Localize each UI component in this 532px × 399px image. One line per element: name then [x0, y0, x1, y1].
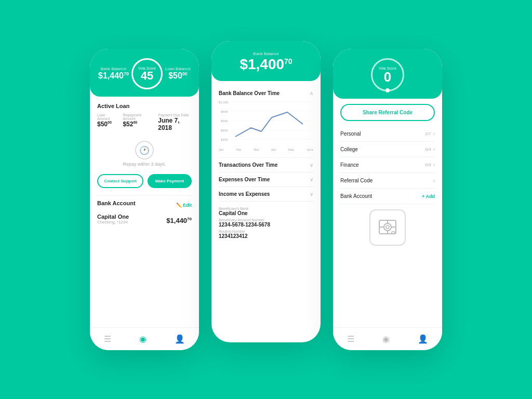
- x-label-jan: Jan: [219, 148, 224, 151]
- phone3-header: Vola Score 0: [333, 49, 442, 99]
- transactions-title: Transactions Over Time: [219, 162, 277, 168]
- income-header: Income vs Expenses ∨: [219, 191, 313, 197]
- due-date-value: June 7, 2018: [158, 117, 192, 131]
- edit-icon: ✏️: [176, 203, 182, 208]
- loan-balance-block: Loan Balance $5000: [165, 66, 191, 81]
- chart-chevron-icon[interactable]: ∧: [310, 90, 313, 96]
- vault-icon: [369, 209, 406, 246]
- bank-row: Capital One Checking, *1234 $1,44070: [97, 214, 192, 224]
- phone3-body: Share Referral Code Personal 2/7 › Colle…: [333, 99, 442, 256]
- loan-details-row: Loan Amount $5000 Repayment Amount $5200…: [97, 113, 192, 131]
- beneficiary-bank-label: Beneficiary's Bank: [219, 207, 313, 210]
- active-loan-title: Active Loan: [97, 103, 192, 109]
- phone-3: Vola Score 0 Share Referral Code Persona…: [333, 49, 442, 350]
- vault-area: [340, 204, 435, 251]
- personal-badge: 2/7: [425, 131, 431, 136]
- p3-receipt-nav-icon[interactable]: ☰: [347, 334, 354, 344]
- referral-code-menu-item[interactable]: Referral Code ›: [340, 173, 435, 189]
- college-badge: 0/4: [425, 147, 431, 152]
- svg-text:$800: $800: [221, 110, 228, 113]
- x-label-mar: Mar: [254, 148, 259, 151]
- transactions-chevron-icon[interactable]: ∨: [310, 162, 313, 168]
- due-date-item: Payment Due Date June 7, 2018: [158, 113, 192, 131]
- personal-menu-item[interactable]: Personal 2/7 ›: [340, 126, 435, 142]
- vola-score-circle: Vola Score 45: [131, 58, 163, 89]
- college-chevron-icon: ›: [433, 147, 435, 152]
- bank-account-title: Bank Account: [97, 200, 136, 206]
- chart-x-labels: Jan Feb Mar Apr May June: [219, 148, 313, 151]
- expenses-header: Expenses Over Time ∨: [219, 177, 313, 182]
- college-menu-item[interactable]: College 0/4 ›: [340, 142, 435, 157]
- bank-balance-value: $1,44070: [98, 71, 129, 81]
- income-section[interactable]: Income vs Expenses ∨: [219, 187, 313, 202]
- bottom-nav: ☰ ◉ 👤: [90, 327, 199, 350]
- repayment-value: $5200: [123, 121, 152, 128]
- phone2-header: Bank Balance $1,40070: [211, 41, 321, 81]
- p3-chart-nav-icon[interactable]: ◉: [382, 334, 390, 344]
- due-date-label: Payment Due Date: [158, 113, 192, 117]
- svg-point-11: [384, 223, 391, 231]
- finance-badge: 0/3: [425, 163, 431, 167]
- bank-balance-label: Bank Balance: [98, 66, 129, 71]
- svg-rect-17: [392, 232, 395, 234]
- score-dot: [385, 88, 390, 92]
- finance-menu-item[interactable]: Finance 0/3 ›: [340, 157, 435, 173]
- make-payment-button[interactable]: Make Payment: [148, 174, 192, 188]
- expenses-chevron-icon[interactable]: ∨: [310, 177, 313, 182]
- account-number-label: Beneficiary Account Number: [219, 218, 313, 222]
- bank-account-right: + Add: [422, 194, 435, 199]
- action-buttons: Contact Support Make Payment: [97, 174, 192, 188]
- contact-support-button[interactable]: Contact Support: [97, 174, 143, 188]
- bank-account-menu-label: Bank Account: [340, 193, 372, 199]
- edit-label: Edit: [183, 203, 192, 208]
- expenses-section[interactable]: Expenses Over Time ∨: [219, 172, 313, 187]
- phone3-score-circle: Vola Score 0: [371, 58, 404, 91]
- personal-right: 2/7 ›: [425, 131, 435, 137]
- income-chevron-icon[interactable]: ∨: [310, 191, 313, 197]
- finance-label: Finance: [340, 162, 359, 168]
- chart-nav-icon[interactable]: ◉: [139, 334, 147, 344]
- phone1-header: Bank Balance $1,44070 Vola Score 45 Loan…: [90, 49, 199, 97]
- receipt-nav-icon[interactable]: ☰: [104, 334, 111, 344]
- edit-button[interactable]: ✏️ Edit: [176, 203, 192, 208]
- beneficiary-bank-value: Capital One: [219, 210, 313, 216]
- svg-text:$600: $600: [221, 119, 228, 123]
- routing-value: 1234123412: [219, 233, 313, 239]
- svg-text:$200: $200: [221, 138, 228, 141]
- chart-container: $1,000 $800 $600 $400 $200: [219, 99, 313, 146]
- bank-name: Capital One: [97, 214, 129, 220]
- svg-text:$1,000: $1,000: [219, 101, 229, 104]
- college-right: 0/4 ›: [425, 147, 435, 152]
- income-title: Income vs Expenses: [219, 191, 270, 197]
- referral-chevron-icon: ›: [433, 178, 435, 183]
- transactions-section[interactable]: Transactions Over Time ∨: [219, 158, 313, 172]
- bank-account-menu-item[interactable]: Bank Account + Add: [340, 189, 435, 204]
- referral-right: ›: [433, 178, 435, 183]
- referral-code-label: Referral Code: [340, 178, 373, 183]
- bank-sub: Checking, *1234: [97, 220, 129, 224]
- add-bank-label[interactable]: + Add: [422, 194, 435, 199]
- finance-chevron-icon: ›: [433, 162, 435, 168]
- transactions-header: Transactions Over Time ∨: [219, 162, 313, 168]
- x-label-apr: Apr: [271, 148, 276, 151]
- bank-balance-block: Bank Balance $1,44070: [98, 66, 129, 81]
- repayment-item: Repayment Amount $5200: [123, 113, 152, 131]
- loan-amount-value: $5000: [97, 121, 116, 128]
- phone3-bottom-nav: ☰ ◉ 👤: [333, 327, 442, 350]
- user-nav-icon[interactable]: 👤: [175, 334, 185, 344]
- phone-1: Bank Balance $1,44070 Vola Score 45 Loan…: [90, 49, 199, 350]
- chart-section-header: Bank Balance Over Time ∧: [219, 90, 313, 96]
- svg-point-12: [386, 225, 389, 229]
- p3-user-nav-icon[interactable]: 👤: [418, 334, 428, 344]
- line-chart-svg: $1,000 $800 $600 $400 $200: [219, 99, 313, 146]
- personal-label: Personal: [340, 131, 361, 137]
- score-value: 45: [141, 70, 153, 82]
- loan-balance-value: $5000: [165, 71, 191, 81]
- repay-text: Repay within 3 days.: [123, 162, 166, 167]
- x-label-may: May: [288, 148, 294, 151]
- phone3-score-value: 0: [384, 70, 391, 84]
- repayment-label: Repayment Amount: [123, 113, 152, 121]
- share-referral-button[interactable]: Share Referral Code: [340, 104, 435, 121]
- divider: [97, 195, 192, 196]
- loan-balance-label: Loan Balance: [165, 66, 191, 71]
